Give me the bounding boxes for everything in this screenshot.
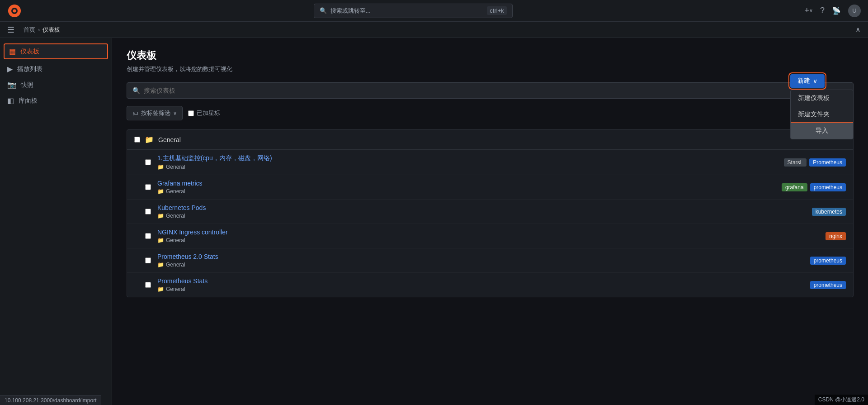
tag-starsL[interactable]: StarsL <box>784 158 807 167</box>
dashboard-item-info: Grafana metrics 📁 General <box>157 180 777 195</box>
breadcrumb-home[interactable]: 首页 <box>24 26 35 34</box>
filter-bar: 🏷 按标签筛选 ∨ 已加星标 📁 ≡ ⇅ 排序 <box>127 106 854 120</box>
dashboards-icon: ▦ <box>9 47 16 56</box>
news-button[interactable]: 📡 <box>832 6 841 15</box>
dashboard-item-name: NGINX Ingress controller <box>157 229 821 236</box>
grafana-logo[interactable] <box>7 4 22 18</box>
sidebar-item-snapshots-label: 快照 <box>21 81 33 89</box>
sidebar: ▦ 仪表板 ▶ 播放列表 📷 快照 ◧ 库面板 <box>0 38 112 405</box>
folder-icon-small: 📁 <box>157 237 164 243</box>
new-button-label: 新建 <box>797 77 810 85</box>
dashboard-item-folder: 📁 General <box>157 286 806 292</box>
item-checkbox[interactable] <box>145 282 151 288</box>
top-nav: 🔍 搜索或跳转至... ctrl+k + ∨ ? 📡 U <box>0 0 868 22</box>
collapse-button[interactable]: ∧ <box>855 25 861 34</box>
tag-prometheus[interactable]: prometheus <box>810 281 846 289</box>
dashboard-item-name: 1.主机基础监控(cpu，内存，磁盘，网络) <box>157 154 779 162</box>
starred-checkbox[interactable] <box>188 110 194 116</box>
dashboard-item[interactable]: Kubernetes Pods 📁 General kubernetes <box>127 200 853 224</box>
tag-kubernetes[interactable]: kubernetes <box>812 208 846 216</box>
page-subtitle: 创建并管理仪表板，以将您的数据可视化 <box>127 65 854 73</box>
folder-name: General <box>158 136 181 143</box>
dashboard-item[interactable]: NGINX Ingress controller 📁 General nginx <box>127 224 853 248</box>
library-panels-icon: ◧ <box>7 96 14 105</box>
folder-icon-small: 📁 <box>157 188 164 195</box>
dashboard-item-tags: StarsL Prometheus <box>784 158 846 167</box>
import-item[interactable]: 导入 <box>791 123 853 139</box>
item-checkbox[interactable] <box>145 233 151 239</box>
dashboard-item-tags: grafana prometheus <box>782 183 846 191</box>
item-checkbox[interactable] <box>145 184 151 190</box>
search-placeholder: 搜索或跳转至... <box>330 7 371 15</box>
dashboard-item-info: Prometheus Stats 📁 General <box>157 277 806 292</box>
new-folder-item[interactable]: 新建文件夹 <box>791 106 853 123</box>
new-button[interactable]: 新建 ∨ <box>790 74 825 88</box>
dashboard-item-info: NGINX Ingress controller 📁 General <box>157 229 821 243</box>
dashboard-search-bar[interactable]: 🔍 <box>127 82 854 99</box>
sidebar-item-playlists[interactable]: ▶ 播放列表 <box>0 61 112 77</box>
folder-icon-small: 📁 <box>157 262 164 268</box>
breadcrumb-current: 仪表板 <box>42 26 60 34</box>
dashboard-item[interactable]: 1.主机基础监控(cpu，内存，磁盘，网络) 📁 General StarsL … <box>127 150 853 175</box>
svg-point-2 <box>13 9 16 12</box>
status-bar: 10.100.208.21:3000/dashboard/import <box>0 395 101 405</box>
dashboard-item-tags: nginx <box>826 232 846 240</box>
tag-prometheus[interactable]: prometheus <box>810 257 846 265</box>
help-button[interactable]: ? <box>820 6 825 15</box>
search-shortcut: ctrl+k <box>487 6 506 15</box>
tag-filter-chevron: ∨ <box>173 110 177 116</box>
breadcrumb-left: ☰ 首页 › 仪表板 <box>7 25 60 35</box>
plus-icon: + <box>804 6 809 15</box>
snapshots-icon: 📷 <box>7 81 16 89</box>
folder-row-general: 📁 General <box>127 130 853 150</box>
search-icon: 🔍 <box>132 87 140 94</box>
folder-icon: 📁 <box>145 135 154 144</box>
dashboard-item-info: Kubernetes Pods 📁 General <box>157 204 807 219</box>
breadcrumb-bar: ☰ 首页 › 仪表板 ∧ <box>0 22 868 38</box>
watermark-text: CSDN @小逼遇2.0 <box>818 396 864 403</box>
new-dropdown-menu: 新建仪表板 新建文件夹 导入 <box>790 90 854 139</box>
new-dashboard-item[interactable]: 新建仪表板 <box>791 90 853 106</box>
avatar[interactable]: U <box>848 5 861 17</box>
sidebar-item-library-panels[interactable]: ◧ 库面板 <box>0 93 112 109</box>
starred-filter[interactable]: 已加星标 <box>188 109 220 117</box>
sidebar-item-snapshots[interactable]: 📷 快照 <box>0 77 112 93</box>
dashboard-search-input[interactable] <box>144 87 848 94</box>
main-content: 仪表板 创建并管理仪表板，以将您的数据可视化 🔍 🏷 按标签筛选 ∨ 已加星标 … <box>112 38 868 405</box>
dashboard-item[interactable]: Grafana metrics 📁 General grafana promet… <box>127 175 853 200</box>
tag-filter-dropdown[interactable]: 🏷 按标签筛选 ∨ <box>127 106 183 120</box>
item-checkbox[interactable] <box>145 209 151 214</box>
page-title: 仪表板 <box>127 49 854 62</box>
sidebar-item-dashboards[interactable]: ▦ 仪表板 <box>4 43 108 59</box>
add-menu-button[interactable]: + ∨ <box>804 6 813 15</box>
top-nav-left <box>7 4 22 18</box>
dashboard-item-folder: 📁 General <box>157 237 821 243</box>
dashboard-item[interactable]: Prometheus Stats 📁 General prometheus <box>127 273 853 297</box>
dashboard-item[interactable]: Prometheus 2.0 Stats 📁 General prometheu… <box>127 248 853 273</box>
tag-prometheus[interactable]: Prometheus <box>809 158 846 167</box>
app-layout: ▦ 仪表板 ▶ 播放列表 📷 快照 ◧ 库面板 仪表板 创建并管理仪表板，以将您… <box>0 38 868 405</box>
new-button-chevron: ∨ <box>813 77 817 85</box>
hamburger-menu[interactable]: ☰ <box>7 25 14 35</box>
status-url: 10.100.208.21:3000/dashboard/import <box>5 397 97 404</box>
dashboard-item-folder: 📁 General <box>157 188 777 195</box>
folder-checkbox[interactable] <box>134 137 140 143</box>
item-checkbox[interactable] <box>145 257 151 263</box>
sidebar-item-library-panels-label: 库面板 <box>19 97 38 105</box>
help-icon: ? <box>820 6 825 15</box>
tag-prometheus[interactable]: prometheus <box>810 183 846 191</box>
csdn-watermark: CSDN @小逼遇2.0 <box>815 395 868 405</box>
dashboard-item-folder: 📁 General <box>157 262 806 268</box>
tag-filter-label: 按标签筛选 <box>141 109 170 117</box>
dashboard-item-tags: prometheus <box>810 257 846 265</box>
folder-icon-small: 📁 <box>157 164 164 170</box>
add-chevron-icon: ∨ <box>809 8 813 14</box>
search-bar[interactable]: 🔍 搜索或跳转至... ctrl+k <box>314 4 513 18</box>
dashboard-item-tags: prometheus <box>810 281 846 289</box>
avatar-text: U <box>852 7 856 14</box>
dashboard-item-name: Prometheus 2.0 Stats <box>157 253 806 260</box>
tag-nginx[interactable]: nginx <box>826 232 846 240</box>
item-checkbox[interactable] <box>145 159 151 165</box>
tag-grafana[interactable]: grafana <box>782 183 807 191</box>
playlists-icon: ▶ <box>7 65 13 73</box>
